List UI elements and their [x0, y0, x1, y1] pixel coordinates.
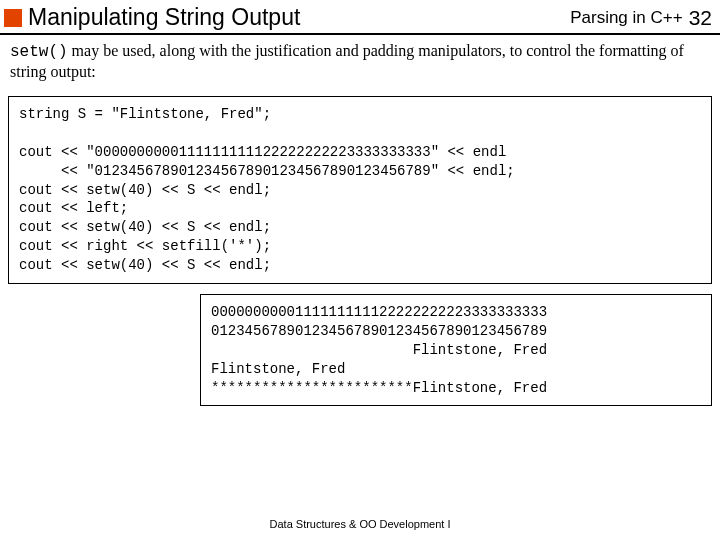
slide-footer: Data Structures & OO Development I [0, 518, 720, 530]
code-line: cout << left; [19, 200, 128, 216]
code-line: cout << right << setfill('*'); [19, 238, 271, 254]
header-rule [0, 33, 720, 35]
code-line: cout << setw(40) << S << endl; [19, 182, 271, 198]
output-line: ************************Flintstone, Fred [211, 380, 547, 396]
page-number: 32 [689, 6, 712, 30]
output-block: 0000000000111111111122222222223333333333… [200, 294, 712, 406]
code-line: << "012345678901234567890123456789012345… [19, 163, 515, 179]
bullet-icon [4, 9, 22, 27]
intro-code: setw() [10, 43, 68, 61]
output-line: 0000000000111111111122222222223333333333 [211, 304, 547, 320]
course-label: Parsing in C++ [570, 8, 682, 28]
output-line: Flintstone, Fred [211, 361, 345, 377]
code-line: string S = "Flintstone, Fred"; [19, 106, 271, 122]
intro-text: setw() may be used, along with the justi… [0, 41, 720, 82]
code-block: string S = "Flintstone, Fred"; cout << "… [8, 96, 712, 284]
code-line: cout << setw(40) << S << endl; [19, 219, 271, 235]
code-line: cout << "0000000000111111111122222222223… [19, 144, 506, 160]
output-line: Flintstone, Fred [211, 342, 547, 358]
intro-rest: may be used, along with the justificatio… [10, 42, 684, 80]
output-line: 0123456789012345678901234567890123456789 [211, 323, 547, 339]
slide-title: Manipulating String Output [28, 4, 570, 31]
code-line: cout << setw(40) << S << endl; [19, 257, 271, 273]
slide-header: Manipulating String Output Parsing in C+… [0, 0, 720, 33]
